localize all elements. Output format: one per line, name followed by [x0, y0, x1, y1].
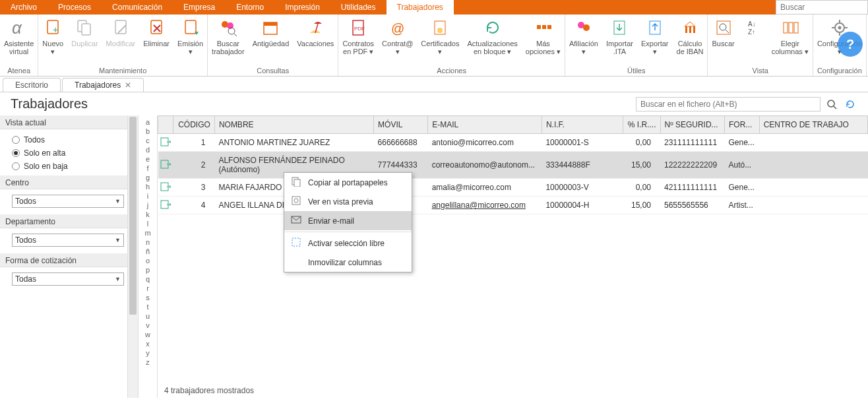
az-letter-x[interactable]: x [146, 340, 150, 349]
ribbon-emision[interactable]: Emisión ▾ [173, 15, 207, 55]
az-letter-d[interactable]: d [146, 146, 150, 155]
az-letter-i[interactable]: i [147, 192, 148, 201]
col-header[interactable]: % I.R.... [623, 116, 660, 134]
az-letter-ñ[interactable]: ñ [146, 247, 150, 257]
ribbon-asistente-virtual[interactable]: αAsistente virtual [0, 15, 38, 55]
az-letter-n[interactable]: n [146, 238, 150, 247]
menu-utilidades[interactable]: Utilidades [330, 0, 387, 15]
az-letter-z[interactable]: z [146, 358, 150, 367]
svg-rect-4 [82, 24, 90, 35]
tab-escritorio[interactable]: Escritorio [3, 78, 61, 92]
col-header[interactable]: FOR... [725, 116, 760, 134]
radio-label: Solo en alta [24, 148, 65, 158]
col-header[interactable]: Nº SEGURID... [660, 116, 725, 134]
context-menu-item[interactable]: Activar selección libre [284, 234, 412, 253]
context-menu-item[interactable]: Ver en vista previa [284, 192, 412, 211]
combo-departamento[interactable]: Todos▼ [12, 234, 124, 247]
radio-solo-baja[interactable]: Solo en baja [12, 160, 131, 173]
radio-todos[interactable]: Todos [12, 133, 131, 146]
az-letter-a[interactable]: a [146, 118, 150, 127]
ribbon-vacaciones[interactable]: Vacaciones [293, 15, 338, 48]
az-letter-r[interactable]: r [146, 284, 149, 294]
az-letter-k[interactable]: k [146, 210, 150, 220]
ribbon-elegir-columnas[interactable]: Elegir columnas ▾ [768, 15, 813, 55]
svg-rect-37 [794, 22, 798, 33]
col-header[interactable]: N.I.F. [542, 116, 623, 134]
ribbon-mas-opciones[interactable]: Más opciones ▾ [522, 15, 565, 55]
table-row[interactable]: 1ANTONIO MARTINEZ JUAREZ666666688antonio… [158, 134, 868, 152]
az-letter-g[interactable]: g [146, 174, 150, 183]
az-letter-q[interactable]: q [146, 275, 150, 284]
refresh-icon[interactable] [843, 97, 857, 111]
global-search-input[interactable] [776, 0, 868, 15]
az-letter-v[interactable]: v [146, 321, 150, 331]
az-letter-e[interactable]: e [146, 155, 150, 164]
az-letter-l[interactable]: l [147, 220, 148, 229]
cell: 10000003-V [542, 179, 623, 197]
tab-trabajadores[interactable]: Trabajadores✕ [62, 78, 144, 92]
az-letter-f[interactable]: f [146, 164, 148, 174]
importar-ita-icon [609, 17, 630, 38]
az-letter-c[interactable]: c [146, 137, 150, 146]
table-row[interactable]: 2ALFONSO FERNÁNDEZ PEINADO (Autónomo)777… [158, 152, 868, 179]
help-bubble-icon[interactable]: ? [838, 32, 863, 57]
menu-procesos[interactable]: Procesos [47, 0, 102, 15]
col-header[interactable]: CÓDIGO [173, 116, 214, 134]
ribbon-nuevo[interactable]: +Nuevo ▾ [38, 15, 67, 55]
cell: 421111111111 [660, 179, 725, 197]
context-menu-item[interactable]: Inmovilizar columnas [284, 253, 412, 272]
ribbon-ordenar[interactable]: A↓Z↑ [739, 15, 768, 38]
ribbon-certificados[interactable]: Certificados ▾ [417, 15, 463, 55]
ribbon-modificar[interactable]: Modificar [102, 15, 140, 48]
cell: ANTONIO MARTINEZ JUAREZ [214, 134, 373, 152]
ribbon-afiliacion[interactable]: Afiliación ▾ [565, 15, 602, 55]
duplicar-icon [74, 17, 95, 38]
menu-empresa[interactable]: Empresa [173, 0, 226, 15]
az-letter-m[interactable]: m [144, 229, 150, 238]
menu-trabajadores[interactable]: Trabajadores [387, 0, 454, 15]
col-header[interactable]: E-MAIL [428, 116, 542, 134]
ribbon-eliminar[interactable]: Eliminar [139, 15, 173, 48]
menu-comunicacion[interactable]: Comunicación [102, 0, 173, 15]
table-row[interactable]: 3MARIA FAJARDO JURamalia@micorreo.com100… [158, 179, 868, 197]
ribbon-exportar[interactable]: Exportar ▾ [637, 15, 673, 55]
context-menu-item[interactable]: Enviar e-mail [284, 211, 412, 230]
az-letter-j[interactable]: j [147, 201, 148, 210]
az-letter-b[interactable]: b [146, 127, 150, 137]
ribbon-contratos-pdf[interactable]: PDFContratos en PDF ▾ [338, 15, 378, 55]
ribbon-duplicar[interactable]: Duplicar [67, 15, 102, 48]
az-letter-h[interactable]: h [146, 183, 150, 192]
close-icon[interactable]: ✕ [125, 80, 131, 90]
svg-rect-51 [294, 179, 300, 187]
sidebar-scrollbar[interactable] [127, 115, 138, 398]
ribbon-actualizaciones[interactable]: Actualizaciones en bloque ▾ [463, 15, 521, 55]
az-letter-w[interactable]: w [145, 331, 150, 340]
ribbon-calculo-iban[interactable]: Cálculo de IBAN [673, 15, 708, 55]
context-menu-item[interactable]: Copiar al portapapeles [284, 173, 412, 192]
az-letter-o[interactable]: o [146, 257, 150, 266]
menu-impresion[interactable]: Impresión [274, 0, 330, 15]
ribbon-antiguedad[interactable]: Antigüedad [249, 15, 294, 48]
menu-archivo[interactable]: Archivo [0, 0, 47, 15]
az-letter-u[interactable]: u [146, 312, 150, 321]
az-letter-s[interactable]: s [146, 294, 150, 303]
ribbon-contrata[interactable]: @Contrat@ ▾ [378, 15, 417, 55]
table-row[interactable]: 4ANGEL ILLANA DELGangelillana@micorreo.c… [158, 197, 868, 214]
ribbon-buscar-vista[interactable]: Buscar [708, 15, 738, 48]
combo-centro[interactable]: Todos▼ [12, 195, 124, 208]
menu-entorno[interactable]: Entorno [226, 0, 274, 15]
col-header[interactable]: CENTRO DE TRABAJO [759, 116, 867, 134]
ribbon-importar-ita[interactable]: Importar .ITA [602, 15, 637, 55]
az-letter-y[interactable]: y [146, 349, 150, 358]
combo-forma[interactable]: Todas▼ [12, 272, 124, 286]
search-icon[interactable] [824, 97, 839, 111]
ribbon-label: Eliminar [143, 40, 170, 48]
ribbon-label: Modificar [106, 40, 136, 48]
radio-solo-alta[interactable]: Solo en alta [12, 146, 131, 160]
ribbon-buscar-trabajador[interactable]: Buscar trabajador [208, 15, 249, 55]
az-letter-p[interactable]: p [146, 266, 150, 275]
file-search-input[interactable] [636, 97, 821, 111]
az-letter-t[interactable]: t [146, 303, 148, 312]
col-header[interactable]: NOMBRE [214, 116, 373, 134]
col-header[interactable]: MÓVIL [374, 116, 428, 134]
